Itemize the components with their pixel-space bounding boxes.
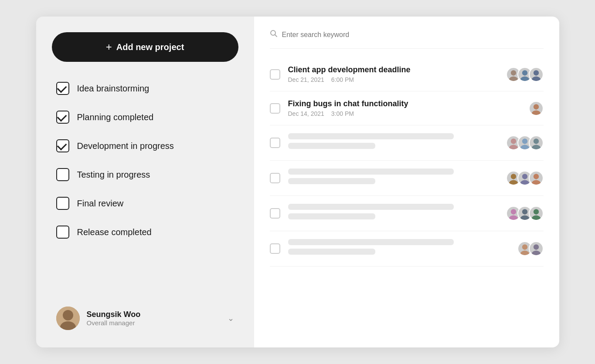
placeholder-line [288, 204, 454, 210]
avatars-group [517, 241, 544, 256]
svg-point-7 [522, 70, 527, 75]
svg-point-16 [520, 145, 529, 149]
svg-point-19 [510, 174, 516, 179]
avatar [529, 67, 544, 82]
svg-point-18 [531, 145, 541, 149]
placeholder-line [288, 178, 375, 184]
checkbox-release[interactable] [56, 226, 69, 239]
search-input[interactable] [282, 31, 544, 39]
svg-point-15 [522, 138, 527, 144]
svg-point-32 [520, 250, 529, 255]
search-bar [270, 30, 544, 49]
checklist-label: Release completed [77, 227, 152, 237]
task-checkbox[interactable] [270, 138, 280, 148]
svg-point-14 [509, 145, 518, 149]
add-project-button[interactable]: + Add new project [52, 32, 238, 62]
svg-point-30 [531, 215, 541, 220]
svg-point-10 [531, 76, 541, 81]
checklist-item-idea[interactable]: Idea brainstorming [52, 75, 238, 102]
checklist-label: Development in progress [77, 141, 174, 151]
svg-point-8 [520, 76, 529, 81]
svg-point-20 [509, 180, 518, 185]
task-checkbox[interactable] [270, 173, 280, 183]
user-info: Seungsik Woo Overall manager [87, 310, 221, 327]
checklist-item-planning[interactable]: Planning completed [52, 104, 238, 131]
checklist-item-release[interactable]: Release completed [52, 219, 238, 246]
svg-point-9 [533, 70, 538, 75]
svg-point-5 [510, 70, 516, 75]
task-content [288, 133, 498, 152]
svg-point-11 [533, 104, 538, 109]
svg-point-27 [522, 209, 527, 214]
main-panel: Client app development deadline Dec 21, … [254, 17, 559, 347]
checkbox-idea[interactable] [56, 82, 69, 95]
svg-point-6 [509, 76, 518, 81]
svg-line-4 [275, 35, 276, 37]
add-project-label: Add new project [116, 42, 184, 52]
placeholder-line [288, 249, 375, 255]
task-content: Client app development deadline Dec 21, … [288, 65, 498, 83]
svg-point-29 [533, 209, 538, 214]
placeholder-line [288, 169, 454, 175]
avatars-group [506, 171, 544, 185]
checklist-item-review[interactable]: Final review [52, 190, 238, 217]
placeholder-line [288, 133, 454, 139]
task-time: 6:00 PM [331, 76, 354, 83]
task-content: Fixing bugs in chat functionality Dec 14… [288, 99, 521, 117]
svg-point-28 [520, 215, 529, 220]
placeholder-line [288, 213, 375, 219]
task-list: Client app development deadline Dec 21, … [270, 57, 544, 266]
avatar [56, 307, 80, 330]
svg-point-13 [510, 138, 516, 144]
app-container: + Add new project Idea brainstormingPlan… [36, 17, 559, 347]
svg-point-34 [531, 250, 541, 255]
avatar [529, 101, 544, 116]
avatars-group [506, 67, 544, 82]
task-content [288, 239, 510, 258]
task-date: Dec 21, 2021 [288, 76, 324, 83]
avatars-group [506, 206, 544, 221]
avatars-group [529, 101, 544, 116]
task-meta: Dec 14, 2021 3:00 PM [288, 110, 521, 117]
user-profile[interactable]: Seungsik Woo Overall manager ⌄ [52, 298, 238, 334]
task-time: 3:00 PM [331, 110, 354, 117]
svg-point-12 [531, 110, 541, 115]
svg-point-31 [522, 244, 527, 249]
checkbox-development[interactable] [56, 139, 69, 152]
svg-point-21 [522, 174, 527, 179]
chevron-down-icon: ⌄ [228, 313, 234, 323]
avatar [529, 171, 544, 185]
checklist-item-development[interactable]: Development in progress [52, 132, 238, 159]
avatar [529, 206, 544, 221]
task-checkbox[interactable] [270, 208, 280, 219]
table-row: Fixing bugs in chat functionality Dec 14… [270, 91, 544, 125]
avatars-group [506, 135, 544, 150]
checkbox-planning[interactable] [56, 111, 69, 124]
task-date: Dec 14, 2021 [288, 110, 324, 117]
task-checkbox[interactable] [270, 243, 280, 254]
checklist-item-testing[interactable]: Testing in progress [52, 161, 238, 188]
avatar [529, 135, 544, 150]
svg-point-17 [533, 138, 538, 144]
checkbox-review[interactable] [56, 197, 69, 210]
task-title: Fixing bugs in chat functionality [288, 99, 521, 108]
checklist-label: Planning completed [77, 112, 154, 122]
checklist-label: Testing in progress [77, 170, 150, 180]
svg-point-33 [533, 244, 538, 249]
checklist: Idea brainstormingPlanning completedDeve… [52, 75, 238, 246]
task-content [288, 204, 498, 223]
avatar [529, 241, 544, 256]
svg-point-24 [531, 180, 541, 185]
task-meta: Dec 21, 2021 6:00 PM [288, 76, 498, 83]
table-row [270, 161, 544, 196]
sidebar: + Add new project Idea brainstormingPlan… [36, 17, 254, 347]
task-checkbox[interactable] [270, 103, 280, 114]
table-row [270, 231, 544, 266]
placeholder-line [288, 239, 454, 245]
svg-point-1 [63, 310, 73, 320]
svg-point-25 [510, 209, 516, 214]
checkbox-testing[interactable] [56, 168, 69, 181]
task-checkbox[interactable] [270, 69, 280, 80]
svg-point-26 [509, 215, 518, 220]
plus-icon: + [106, 41, 112, 53]
